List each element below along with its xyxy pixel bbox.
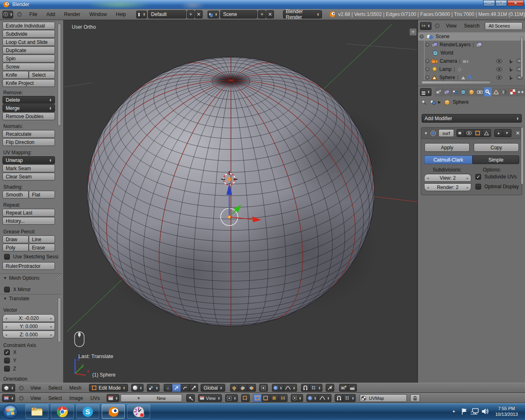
taskbar-chrome-button[interactable] xyxy=(51,404,74,419)
proportional-edit-toggle[interactable]: ▲▼ xyxy=(272,384,284,392)
tab-object-data[interactable] xyxy=(492,87,500,96)
tab-object[interactable] xyxy=(468,87,476,96)
outliner-search-menu[interactable]: Search xyxy=(460,23,483,29)
falloff-curve-selector[interactable]: ▲▼ xyxy=(284,384,297,392)
restore-button[interactable]: ❐ xyxy=(495,0,507,6)
add-modifier-dropdown[interactable]: Add Modifier▲▼ xyxy=(422,114,522,123)
constraint-y-row[interactable]: Y xyxy=(4,358,16,363)
constraint-z-checkbox[interactable] xyxy=(4,366,10,372)
volume-icon[interactable] xyxy=(482,408,489,415)
screen-layout-icon-button[interactable]: ▲▼ xyxy=(136,11,147,18)
manipulator-scale-toggle[interactable] xyxy=(189,384,198,392)
uv-pivot-selector[interactable]: ▲▼ xyxy=(225,394,238,402)
expand-node-icon[interactable]: + xyxy=(425,43,429,47)
delete-menu[interactable]: Delete▲▼ xyxy=(2,96,55,104)
pin-uv-button[interactable] xyxy=(186,394,195,402)
expand-properties-region-button[interactable]: + xyxy=(409,28,417,36)
modifier-move-up-button[interactable]: ▲ xyxy=(494,129,503,137)
screw-button[interactable]: Screw xyxy=(2,63,55,71)
uv-image-menu[interactable]: Image xyxy=(66,395,87,401)
mark-seam-button[interactable]: Mark Seam xyxy=(2,164,55,172)
uv-face-select-toggle[interactable] xyxy=(270,394,279,402)
mode-selector[interactable]: Edit Mode ▲▼ xyxy=(89,384,128,392)
unwrap-menu[interactable]: Unwrap▲▼ xyxy=(2,156,55,164)
subdivide-uvs-checkbox[interactable]: ✓ xyxy=(475,174,481,180)
loop-cut-button[interactable]: Loop Cut and Slide xyxy=(2,38,55,46)
catmull-clark-toggle[interactable]: Catmull-Clark xyxy=(424,155,472,164)
editor-type-outliner-button[interactable]: ⊦⊧ ▲▼ xyxy=(420,22,431,30)
snap-target-button[interactable] xyxy=(326,384,334,392)
panel-resize-grip[interactable] xyxy=(56,275,62,280)
delete-layout-button[interactable]: ✕ xyxy=(195,10,203,18)
outliner-row-renderlayers[interactable]: + RenderLayers | xyxy=(418,41,525,49)
modifier-edit-mode-toggle[interactable] xyxy=(474,129,482,137)
uv-snap-toggle[interactable] xyxy=(335,394,343,402)
apply-modifier-button[interactable]: Apply xyxy=(425,143,470,152)
modifier-name-field[interactable]: surf xyxy=(438,129,454,137)
x-mirror-row[interactable]: X Mirror xyxy=(4,287,31,292)
modifier-move-down-button[interactable]: ▼ xyxy=(503,129,511,137)
opengl-render-anim-button[interactable] xyxy=(348,384,357,392)
tab-modifiers[interactable] xyxy=(484,87,492,96)
opengl-render-image-button[interactable] xyxy=(339,384,348,392)
select-button[interactable]: Select xyxy=(29,71,55,79)
grease-line-button[interactable]: Line xyxy=(29,235,55,243)
outliner-vertical-scrollbar[interactable] xyxy=(520,37,523,78)
taskbar-jing-button[interactable] xyxy=(127,404,150,419)
constraint-y-checkbox[interactable] xyxy=(4,358,10,363)
subdivisions-view-field[interactable]: ◂View: 2▸ xyxy=(424,174,471,182)
tool-shelf-scrollbar[interactable] xyxy=(58,23,61,126)
flat-button[interactable]: Flat xyxy=(29,191,55,199)
repeat-last-button[interactable]: Repeat Last xyxy=(2,209,55,217)
mesh-menu[interactable]: Mesh xyxy=(66,385,85,391)
uv-edge-select-toggle[interactable] xyxy=(262,394,270,402)
screen-layout-selector[interactable]: Default xyxy=(148,10,186,18)
transform-orientation-selector[interactable]: Global ▲▼ xyxy=(201,384,225,392)
uvmap-lock-button[interactable] xyxy=(410,394,420,402)
select-menu[interactable]: Select xyxy=(45,385,66,391)
new-image-button[interactable]: + New xyxy=(121,394,182,402)
modifier-render-toggle[interactable] xyxy=(457,129,465,137)
properties-scrollbar[interactable] xyxy=(521,127,524,185)
menu-render[interactable]: Render xyxy=(59,11,84,17)
outliner-row-scene[interactable]: − Scene xyxy=(418,32,525,41)
close-button[interactable]: ✕ xyxy=(507,0,524,6)
window-titlebar[interactable]: Blender — ❐ ✕ xyxy=(0,0,525,9)
uv-select-menu[interactable]: Select xyxy=(45,395,66,401)
merge-menu[interactable]: Merge▲▼ xyxy=(2,104,55,112)
tab-world[interactable] xyxy=(459,87,468,96)
smooth-button[interactable]: Smooth xyxy=(2,191,29,199)
network-icon[interactable] xyxy=(471,408,479,415)
pivot-point-selector[interactable]: ▲▼ xyxy=(147,384,160,392)
ruler-protractor-button[interactable]: Ruler/Protractor xyxy=(2,262,55,270)
spin-button[interactable]: Spin xyxy=(2,55,55,62)
use-sketching-row[interactable]: Use Sketching Sessi xyxy=(4,254,58,260)
vector-z-field[interactable]: ◂Z: 0.000▸ xyxy=(2,331,55,338)
subdivide-button[interactable]: Subdivide xyxy=(2,30,55,38)
uv-sync-selection-toggle[interactable] xyxy=(241,394,250,402)
add-scene-button[interactable]: + xyxy=(258,10,266,18)
uv-view-dropdown[interactable]: View ▲▼ xyxy=(198,394,222,402)
x-mirror-checkbox[interactable] xyxy=(4,287,10,292)
scene-icon-button[interactable]: ▲▼ xyxy=(208,11,219,18)
recalculate-button[interactable]: Recalculate xyxy=(2,130,55,138)
simple-toggle[interactable]: Simple xyxy=(472,155,519,164)
editor-type-image-button[interactable]: ▲▼ xyxy=(2,394,15,402)
constraint-x-row[interactable]: ✓ X xyxy=(4,349,16,355)
taskbar-skype-button[interactable]: S xyxy=(76,404,99,419)
action-center-flag-icon[interactable] xyxy=(461,408,468,415)
mesh-options-panel-header[interactable]: ▼ Mesh Options xyxy=(3,275,39,281)
editor-type-properties-button[interactable]: ▲▼ xyxy=(420,88,431,96)
pin-icon[interactable] xyxy=(421,100,427,105)
sticky-selection-selector[interactable]: ▲▼ xyxy=(291,394,303,402)
delete-modifier-icon[interactable]: ✕ xyxy=(516,130,520,136)
menu-file[interactable]: File xyxy=(25,11,42,17)
scene-selector[interactable]: Scene xyxy=(220,10,258,18)
uv-falloff-curve-selector[interactable]: ▲▼ xyxy=(318,394,331,402)
uv-proportional-edit-toggle[interactable]: ▲▼ xyxy=(306,394,318,402)
tab-particles[interactable]: ✦✦ xyxy=(517,87,525,96)
optimal-display-checkbox[interactable] xyxy=(475,184,481,189)
translate-panel-scrollbar[interactable] xyxy=(58,297,61,342)
duplicate-button[interactable]: Duplicate xyxy=(2,46,55,54)
snap-toggle[interactable] xyxy=(301,384,310,392)
